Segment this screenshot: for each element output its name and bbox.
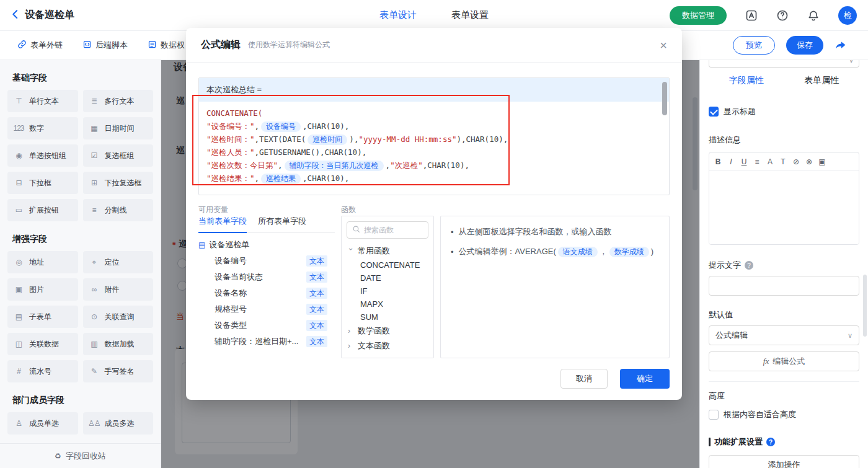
tab-field-properties[interactable]: 字段属性 [709, 75, 784, 86]
share-icon[interactable] [835, 39, 847, 51]
description-editor-area[interactable] [709, 171, 859, 244]
font-size-icon[interactable]: T [779, 157, 787, 166]
edit-formula-button[interactable]: fx 编辑公式 [709, 351, 859, 371]
field-token[interactable]: 巡检结果 [261, 174, 301, 184]
formula-code[interactable]: CONCATENATE("设备编号：",设备编号,CHAR(10),"巡检时间：… [199, 102, 669, 195]
preview-button[interactable]: 预览 [733, 36, 775, 55]
link-icon[interactable]: ⊘ [792, 157, 800, 166]
sidebar-item-extend-button[interactable]: ▭扩展按钮 [7, 199, 78, 221]
font-color-icon[interactable]: A [766, 157, 774, 166]
location-icon: ⌖ [88, 258, 100, 267]
align-icon[interactable]: ≡ [753, 157, 761, 166]
extension-help-icon[interactable]: ? [766, 438, 775, 446]
show-title-checkbox[interactable] [709, 107, 719, 117]
sidebar-item-datetime[interactable]: ▦日期时间 [83, 117, 154, 139]
sidebar-item-radio-group[interactable]: ◉单选按钮组 [7, 144, 78, 167]
function-item[interactable]: CONCATENATE [342, 258, 433, 272]
sidebar-item-serial-number[interactable]: #流水号 [7, 360, 78, 382]
function-search[interactable] [347, 221, 428, 239]
back-button[interactable] [10, 9, 21, 22]
sidebar-item-address[interactable]: ◎地址 [7, 251, 78, 273]
function-item[interactable]: DATE [342, 272, 433, 285]
function-item[interactable]: IF [342, 285, 433, 298]
tab-form-properties[interactable]: 表单属性 [784, 75, 860, 86]
help-icon[interactable] [776, 9, 789, 22]
backend-script-button[interactable]: 后端脚本 [82, 40, 128, 51]
canvas-scrollbar[interactable] [693, 97, 698, 190]
panel-scrollbar[interactable] [863, 275, 867, 337]
sidebar-item-subform[interactable]: ▤子表单 [7, 306, 78, 328]
sidebar-item-location[interactable]: ⌖定位 [83, 251, 154, 273]
auto-height-checkbox[interactable] [709, 410, 719, 420]
insert-image-icon[interactable]: ▣ [818, 157, 826, 166]
function-item[interactable]: SUM [342, 311, 433, 324]
hint-text-input[interactable] [709, 276, 859, 296]
variable-item[interactable]: 设备编号文本 [198, 253, 335, 269]
scrolled-select-partial[interactable]: ∨ [709, 60, 859, 68]
sidebar-item-single-line-text[interactable]: ⊤单行文本 [7, 90, 78, 112]
sidebar-item-checkbox-group[interactable]: ☑复选框组 [83, 144, 154, 167]
field-token[interactable]: 辅助字段：当日第几次巡检 [285, 161, 384, 171]
section-marker [709, 438, 711, 446]
translate-icon[interactable] [745, 9, 758, 22]
sidebar-item-number[interactable]: 123数字 [7, 117, 78, 139]
function-group[interactable]: ›常用函数 [342, 244, 433, 258]
function-search-input[interactable] [364, 226, 423, 234]
sidebar-item-member-multi[interactable]: ♙♙成员多选 [83, 412, 154, 435]
formula-text: , [278, 161, 283, 170]
close-icon[interactable]: × [660, 39, 667, 51]
variable-item[interactable]: 辅助字段：巡检日期+...文本 [198, 333, 335, 350]
field-token[interactable]: 巡检时间 [308, 135, 347, 145]
notification-bell-icon[interactable] [807, 9, 820, 22]
sidebar-item-multi-line-text[interactable]: ≣多行文本 [83, 90, 154, 112]
sidebar-item-linked-query[interactable]: ⊙关联查询 [83, 306, 154, 328]
field-token[interactable]: 设备编号 [261, 121, 301, 132]
bold-icon[interactable]: B [714, 157, 722, 166]
sidebar-item-signature[interactable]: ✎手写签名 [83, 360, 154, 382]
sidebar-item-select[interactable]: ⊟下拉框 [7, 172, 78, 194]
hint-help-icon[interactable]: ? [745, 261, 753, 270]
example-field-token: 语文成绩 [558, 247, 598, 257]
tab-form-design[interactable]: 表单设计 [379, 9, 417, 21]
variable-tree-root[interactable]: ▤ 设备巡检单 [198, 233, 335, 253]
sidebar-item-linked-data[interactable]: ◫关联数据 [7, 333, 78, 355]
variable-item[interactable]: 设备类型文本 [198, 317, 335, 333]
variable-item[interactable]: 设备当前状态文本 [198, 269, 335, 285]
function-item[interactable]: MAPX [342, 298, 433, 311]
confirm-button[interactable]: 确定 [620, 369, 670, 389]
sidebar-section-title: 基础字段 [12, 73, 148, 84]
field-palette-sidebar: 基础字段⊤单行文本≣多行文本123数字▦日期时间◉单选按钮组☑复选框组⊟下拉框⊞… [0, 60, 161, 468]
sidebar-item-divider[interactable]: ≡分割线 [83, 199, 154, 221]
data-permission-button[interactable]: 数据权 [148, 40, 185, 51]
editor-scrollbar[interactable] [662, 82, 667, 115]
function-group[interactable]: ›文本函数 [342, 338, 433, 353]
cancel-button[interactable]: 取消 [560, 369, 608, 389]
sidebar-item-label: 成员多选 [105, 418, 135, 429]
save-button[interactable]: 保存 [786, 36, 823, 55]
properties-panel: ∨ 字段属性 表单属性 显示标题 描述信息 BIU≡AT⊘⊗▣ 提示文字 ? 默… [699, 60, 868, 468]
recycle-label: 字段回收站 [66, 451, 106, 462]
sidebar-item-attachment[interactable]: ∞附件 [83, 278, 154, 301]
italic-icon[interactable]: I [727, 157, 735, 166]
tab-current-form-fields[interactable]: 当前表单字段 [198, 216, 247, 233]
field-recycle-bin[interactable]: ♻ 字段回收站 [0, 443, 161, 468]
sidebar-item-data-load[interactable]: ▥数据加载 [83, 333, 154, 355]
data-manage-button[interactable]: 数据管理 [670, 6, 727, 25]
tab-form-settings[interactable]: 表单设置 [451, 9, 489, 21]
bullet-icon: • [451, 227, 454, 237]
unlink-icon[interactable]: ⊗ [805, 157, 813, 166]
underline-icon[interactable]: U [740, 157, 748, 166]
default-value-select[interactable]: 公式编辑 ∨ [709, 325, 859, 345]
formula-line: "巡检结果：",巡检结果,CHAR(10), [206, 172, 662, 185]
sidebar-item-image[interactable]: ▣图片 [7, 278, 78, 301]
variable-item[interactable]: 规格型号文本 [198, 301, 335, 317]
sidebar-item-multi-select[interactable]: ⊞下拉复选框 [83, 172, 154, 194]
add-action-button[interactable]: 添加操作 [709, 455, 859, 468]
user-avatar[interactable]: 检 [838, 6, 857, 25]
function-group[interactable]: ›数学函数 [342, 324, 433, 338]
variable-item[interactable]: 设备名称文本 [198, 285, 335, 301]
sidebar-item-member-single[interactable]: ♙成员单选 [7, 412, 78, 435]
tab-all-form-fields[interactable]: 所有表单字段 [258, 216, 306, 232]
form-external-link-button[interactable]: 表单外链 [17, 40, 63, 51]
function-group-name: 常用函数 [358, 245, 390, 257]
